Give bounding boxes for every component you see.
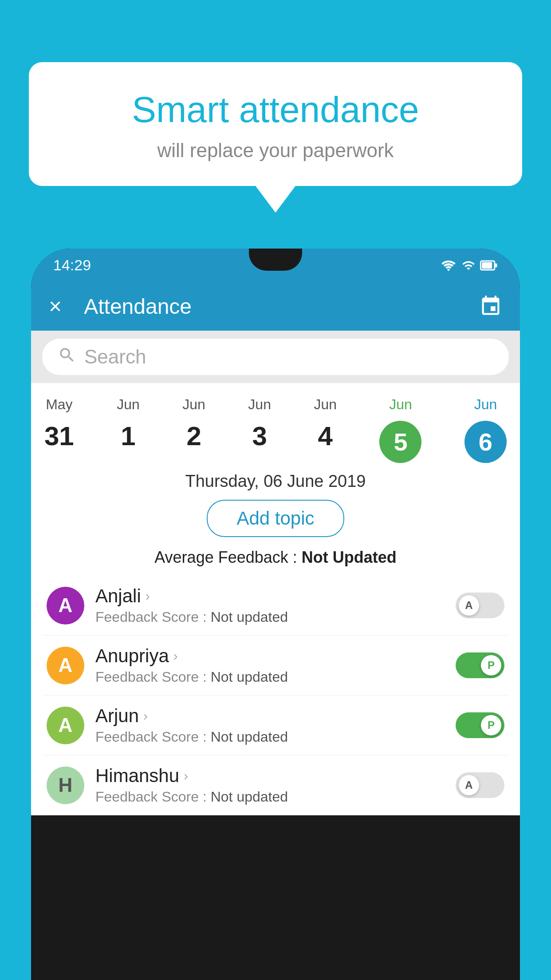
student-feedback-anupriya: Feedback Score : Not updated [95, 669, 445, 685]
student-info-arjun: Arjun › Feedback Score : Not updated [95, 705, 445, 745]
date-col-jun5[interactable]: Jun 5 [379, 396, 421, 463]
status-icons [440, 259, 498, 272]
avg-feedback-value: Not Updated [302, 548, 397, 566]
student-info-himanshu: Himanshu › Feedback Score : Not updated [95, 765, 445, 805]
toggle-knob-himanshu: A [459, 775, 479, 795]
search-icon [58, 346, 76, 368]
search-bar-container: Search [31, 331, 520, 383]
toggle-knob-anjali: A [459, 595, 479, 616]
avatar-anupriya: A [47, 647, 84, 684]
attendance-toggle-arjun[interactable]: P [456, 712, 504, 738]
student-row-himanshu[interactable]: H Himanshu › Feedback Score : Not update… [42, 755, 509, 815]
calendar-icon[interactable] [479, 295, 502, 318]
status-time: 14:29 [53, 257, 91, 274]
add-topic-button[interactable]: Add topic [207, 500, 344, 537]
student-list: A Anjali › Feedback Score : Not updated … [31, 576, 520, 815]
search-bar[interactable]: Search [42, 339, 509, 375]
close-button[interactable]: × [49, 295, 62, 317]
student-info-anjali: Anjali › Feedback Score : Not updated [95, 585, 445, 625]
student-name-himanshu: Himanshu › [95, 765, 445, 786]
date-col-jun2[interactable]: Jun 2 [182, 396, 205, 451]
phone-frame: 14:29 × Attendance [31, 249, 520, 980]
chevron-icon-anupriya: › [173, 648, 178, 664]
svg-rect-1 [482, 262, 492, 268]
student-name-anjali: Anjali › [95, 585, 445, 607]
app-content: Search May 31 Jun 1 Jun 2 Jun 3 [31, 331, 520, 815]
date-col-jun4[interactable]: Jun 4 [314, 396, 337, 451]
toggle-knob-anupriya: P [481, 655, 501, 676]
phone-notch [249, 249, 302, 271]
chevron-icon-himanshu: › [184, 768, 188, 783]
date-col-jun3[interactable]: Jun 3 [248, 396, 271, 451]
student-info-anupriya: Anupriya › Feedback Score : Not updated [95, 645, 445, 685]
search-placeholder: Search [84, 346, 146, 368]
avatar-anjali: A [47, 587, 84, 624]
date-col-jun6[interactable]: Jun 6 [464, 396, 507, 463]
student-feedback-himanshu: Feedback Score : Not updated [95, 789, 445, 805]
date-col-jun1[interactable]: Jun 1 [117, 396, 140, 451]
speech-bubble-subtitle: will replace your paperwork [64, 139, 487, 162]
avatar-himanshu: H [47, 767, 84, 804]
date-picker: May 31 Jun 1 Jun 2 Jun 3 Jun 4 [31, 383, 520, 470]
toggle-himanshu[interactable]: A [456, 772, 504, 798]
avg-feedback: Average Feedback : Not Updated [31, 548, 520, 576]
speech-bubble-container: Smart attendance will replace your paper… [29, 62, 522, 213]
student-feedback-arjun: Feedback Score : Not updated [95, 729, 445, 745]
date-col-may31[interactable]: May 31 [44, 396, 74, 451]
chevron-icon-arjun: › [143, 708, 148, 723]
student-name-arjun: Arjun › [95, 705, 445, 727]
toggle-knob-arjun: P [481, 715, 501, 735]
toggle-anjali[interactable]: A [456, 593, 504, 618]
speech-bubble-title: Smart attendance [64, 89, 487, 130]
speech-bubble: Smart attendance will replace your paper… [29, 62, 522, 186]
svg-rect-2 [495, 263, 497, 267]
student-row-arjun[interactable]: A Arjun › Feedback Score : Not updated P [42, 695, 509, 755]
avg-feedback-label: Average Feedback : [154, 548, 302, 566]
student-row-anjali[interactable]: A Anjali › Feedback Score : Not updated … [42, 576, 509, 636]
student-row-anupriya[interactable]: A Anupriya › Feedback Score : Not update… [42, 636, 509, 695]
speech-bubble-tail [256, 186, 295, 213]
attendance-toggle-anjali[interactable]: A [456, 593, 504, 618]
chevron-icon-anjali: › [146, 589, 150, 604]
signal-icon [461, 259, 476, 272]
battery-icon [480, 259, 498, 272]
student-feedback-anjali: Feedback Score : Not updated [95, 609, 445, 625]
toggle-arjun[interactable]: P [456, 712, 504, 738]
app-bar: × Attendance [31, 282, 520, 331]
student-name-anupriya: Anupriya › [95, 645, 445, 667]
toggle-anupriya[interactable]: P [456, 652, 504, 678]
wifi-icon [440, 259, 457, 272]
status-bar: 14:29 [31, 249, 520, 282]
attendance-toggle-anupriya[interactable]: P [456, 652, 504, 678]
avatar-arjun: A [47, 707, 84, 744]
attendance-toggle-himanshu[interactable]: A [456, 772, 504, 798]
selected-date: Thursday, 06 June 2019 [31, 470, 520, 500]
app-title: Attendance [84, 294, 466, 319]
